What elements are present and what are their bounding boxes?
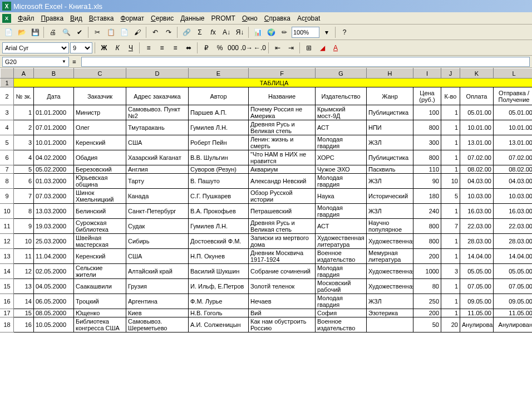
cell[interactable]: Англия (126, 165, 189, 174)
row-header[interactable]: 18 (1, 317, 14, 332)
cell[interactable]: 10.03.00 (460, 189, 494, 204)
cell[interactable]: 02.05.2000 (34, 264, 74, 279)
cell[interactable]: 05.05.00 (460, 264, 494, 279)
cell[interactable]: 3 (441, 264, 460, 279)
cell[interactable]: Военное издательство (316, 249, 367, 264)
decrease-decimal-icon[interactable]: ←.0 (254, 42, 266, 54)
underline-icon[interactable]: Ч (125, 42, 137, 54)
cell[interactable]: Нечаев (249, 294, 316, 309)
cell[interactable]: 05.01.00 (494, 105, 533, 120)
help-icon[interactable]: ? (338, 26, 351, 38)
align-left-icon[interactable]: ≡ (142, 42, 155, 54)
col-header[interactable]: J (441, 69, 460, 79)
sort-asc-icon[interactable]: A↓ (220, 26, 233, 38)
cell[interactable]: НПИ (367, 120, 413, 135)
cell[interactable]: С.Г. Пушкарев (189, 189, 249, 204)
cell[interactable]: 10.05.2000 (34, 317, 74, 332)
cell[interactable]: Керенский (74, 249, 126, 264)
cell[interactable]: Самовывоз. Шереметьево (126, 317, 189, 332)
increase-indent-icon[interactable]: ⇥ (285, 42, 297, 54)
cell[interactable]: 07.02.00 (494, 150, 533, 165)
cell[interactable]: Тарту (126, 174, 189, 189)
zoom-input[interactable] (292, 27, 319, 38)
cell[interactable]: Роберт Пейн (189, 135, 249, 150)
cell[interactable]: 10.03.00 (494, 189, 533, 204)
cell[interactable]: 11 (14, 249, 34, 264)
cell[interactable]: В.В. Шульгин (189, 150, 249, 165)
row-header[interactable]: 12 (1, 234, 14, 249)
cell[interactable]: 1 (441, 309, 460, 317)
cell[interactable]: Керенский (74, 135, 126, 150)
cell[interactable]: ХОРС (316, 150, 367, 165)
cell[interactable]: Грузия (126, 279, 189, 294)
cell[interactable]: Аргентина (126, 294, 189, 309)
cell[interactable]: 1 (441, 120, 460, 135)
menu-окно[interactable]: Окно (239, 13, 261, 23)
row-header[interactable]: 10 (1, 204, 14, 219)
cell[interactable]: Военное издательство (316, 317, 367, 332)
table-row[interactable]: 121025.03.2000Швейная мастерскаяСибирьДо… (1, 234, 533, 249)
cell[interactable]: Обзор Русской истории (249, 189, 316, 204)
function-icon[interactable]: fx (207, 26, 219, 38)
cell[interactable]: 9 (14, 219, 34, 234)
cell[interactable]: 25.03.2000 (34, 234, 74, 249)
increase-decimal-icon[interactable]: .0→ (240, 42, 253, 54)
cell[interactable]: 11.05.00 (494, 309, 533, 317)
cell[interactable]: Самовывоз. Пункт №2 (126, 105, 189, 120)
table-header-cell[interactable]: Издательство (316, 87, 367, 105)
row-header[interactable]: 5 (1, 135, 14, 150)
autosum-icon[interactable]: Σ (194, 26, 206, 38)
col-header[interactable]: E (189, 69, 249, 79)
cell[interactable]: Александр Невский (249, 174, 316, 189)
comma-icon[interactable]: 000 (227, 42, 239, 54)
cell[interactable]: 110 (413, 165, 441, 174)
hyperlink-icon[interactable]: 🔗 (180, 26, 193, 38)
cell[interactable]: А.И. Солженицын (189, 317, 249, 332)
cell[interactable]: Ленин: жизнь и смерть (249, 135, 316, 150)
cell[interactable]: Белинский (74, 204, 126, 219)
cell[interactable]: Санкт-Петербург (126, 204, 189, 219)
cell[interactable]: 05.02.2000 (34, 165, 74, 174)
drawing-icon[interactable]: ✏ (278, 26, 290, 38)
cell[interactable]: И. Ильф, Е.Петров (189, 279, 249, 294)
font-name-select[interactable]: Arial Cyr (2, 42, 69, 53)
menu-promt[interactable]: PROMT (208, 13, 239, 23)
table-row[interactable]: 161406.05.2000ТроцкийАргентинаФ.М. Лурье… (1, 294, 533, 309)
borders-icon[interactable]: ⊞ (303, 42, 315, 54)
cell[interactable]: "Что НАМ в НИХ не нравится (249, 150, 316, 165)
table-row[interactable]: 11919.03.2000Сурожская библиотекаСудакГу… (1, 219, 533, 234)
cell[interactable]: Публицистика (367, 105, 413, 120)
cell[interactable]: 12 (14, 264, 34, 279)
cell[interactable]: Крымский мост-9Д (316, 105, 367, 120)
cell[interactable]: 80 (413, 279, 441, 294)
table-row[interactable]: 9707.03.2000Шинок ХмельницкийКанадаС.Г. … (1, 189, 533, 204)
row-header[interactable]: 4 (1, 120, 14, 135)
decrease-indent-icon[interactable]: ⇤ (272, 42, 284, 54)
cell[interactable]: 28.03.00 (494, 234, 533, 249)
merge-center-icon[interactable]: ⬌ (183, 42, 195, 54)
open-icon[interactable]: 📂 (16, 26, 28, 38)
cell[interactable]: 1 (441, 234, 460, 249)
cell[interactable]: 04.03.00 (460, 174, 494, 189)
table-row[interactable]: 151304.05.2000СаакашвилиГрузияИ. Ильф, Е… (1, 279, 533, 294)
cell[interactable]: 05.01.00 (460, 105, 494, 120)
cell[interactable]: Художественная (367, 264, 413, 279)
row-header[interactable]: 1 (1, 79, 14, 87)
row-header[interactable]: 16 (1, 294, 14, 309)
chevron-down-icon[interactable]: ▼ (62, 59, 66, 64)
menu-вставка[interactable]: Вставка (86, 13, 117, 23)
table-row[interactable]: 3101.01.2000МинистрСамовывоз. Пункт №2Па… (1, 105, 533, 120)
row-header[interactable]: 6 (1, 150, 14, 165)
col-header[interactable]: K (460, 69, 494, 79)
row-header[interactable]: 11 (1, 219, 14, 234)
spreadsheet-grid[interactable]: A B C D E F G H I J K L 1ТАБЛИЦА2№ зк.Да… (0, 68, 532, 401)
cell[interactable]: США (126, 135, 189, 150)
cell[interactable]: 10.01.00 (460, 120, 494, 135)
name-box[interactable]: G20 ▼ (2, 57, 69, 67)
cell[interactable]: ЖЗЛ (367, 135, 413, 150)
cell[interactable]: 2 (14, 120, 34, 135)
cell[interactable]: АСТ (316, 120, 367, 135)
cell[interactable]: Молодая гвардия (316, 174, 367, 189)
cell[interactable]: Мемурная литература (367, 249, 413, 264)
cell[interactable]: Гумилев Л.Н. (189, 219, 249, 234)
